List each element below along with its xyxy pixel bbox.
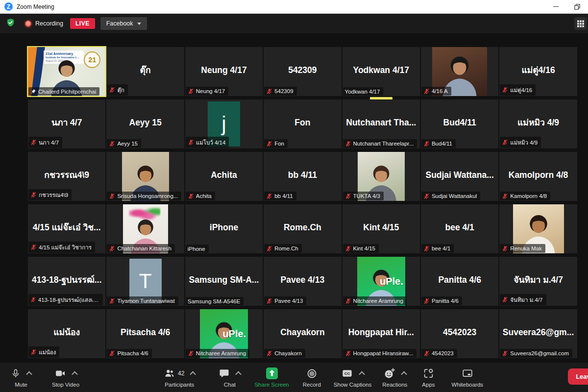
restore-button[interactable] [566,0,588,13]
participant-name: ตุ๊ก [106,63,184,77]
stream-target-label: Facebook [106,20,133,27]
participant-tile[interactable]: Rome.ChRome.Ch [264,204,341,253]
participant-tile[interactable]: 4/15 แม่จ๊ะเอ๋ วิช...4/15 แม่จ๊ะเอ๋ วิชา… [28,204,105,253]
participant-tile[interactable]: Pitsacha 4/6Pitsacha 4/6 [106,309,184,358]
participant-label: Nitcharee Aramrung [196,350,246,356]
mic-muted-icon [266,141,272,147]
participant-tile[interactable]: bb 4/11bb 4/11 [264,152,341,201]
participant-tile[interactable]: FonFon [264,99,341,148]
participant-nameplate: Hongpapat Hiransiraw... [343,349,417,358]
participants-button[interactable]: 42Participants [164,363,195,392]
participant-name: แม่หมิว 4/9 [499,116,577,129]
minimize-button[interactable] [545,0,566,13]
stream-target-dropdown[interactable]: Facebook [100,17,147,30]
participant-label: Srisuda Hongsamrong... [117,193,178,199]
mic-muted-icon [188,193,194,199]
participant-tile[interactable]: Neung 4/17Neung 4/17 [185,47,263,96]
participant-tile[interactable]: 21st AnniversaryInstitute for Innovative… [28,47,105,96]
stop-video-button[interactable]: Stop Video [52,363,79,392]
participant-tile[interactable]: จันทิมา ม.4/7จันทิมา ม.4/7 [499,257,577,306]
leave-button[interactable]: Leave [568,368,588,385]
participant-tile[interactable]: 542309542309 [264,47,341,96]
mic-muted-icon [502,350,508,357]
video-gallery-stage: 21st AnniversaryInstitute for Innovative… [0,33,588,363]
participant-tile[interactable]: Yodkwan 4/17Yodkwan 4/17 [343,47,420,96]
mic-muted-icon [30,244,37,250]
participant-label: 4542023 [432,350,454,356]
chevron-down-icon [137,23,141,25]
participant-tile[interactable]: กชวรรณ4\9กชวรรณ4\9 [28,152,105,201]
participant-tile[interactable]: แม่หมิว 4/9แม่หมิว 4/9 [499,99,577,148]
participant-label: bee 4/1 [432,245,450,251]
participant-label: Pitsacha 4/6 [117,350,148,356]
participant-nameplate: bb 4/11 [264,192,296,200]
participant-tile[interactable]: uPle.Nitcharee Aramrung [185,309,263,358]
participant-tile[interactable]: jแม่โบว์ 4/14 [185,99,263,148]
participant-tile[interactable]: Nutchanart Tha...Nutchanart Thareelapr..… [343,99,420,148]
participant-label: Nutchanart Thareelapr... [353,141,414,147]
security-shield-icon[interactable] [6,18,15,29]
participant-tile[interactable]: นภา 4/7นภา 4/7 [28,99,105,148]
participant-tile[interactable]: Suveera26@gm...Suveera26@gmail.com [499,309,577,358]
participant-tile[interactable]: Panitta 4/6Panitta 4/6 [421,257,498,306]
participant-tile[interactable]: Aeyy 15Aeyy 15 [106,99,184,148]
recording-indicator-icon [25,21,31,27]
chevron-up-icon[interactable] [26,371,32,377]
participant-tile[interactable]: Pavee 4/13Pavee 4/13 [264,257,341,306]
participant-tile[interactable]: Chatchanan Kittaresh [106,204,184,253]
apps-button[interactable]: Apps [422,363,435,392]
participant-tile[interactable]: แม่น้องแม่น้อง [28,309,105,358]
participant-tile[interactable]: Hongpapat Hir...Hongpapat Hiransiraw... [343,309,420,358]
participant-name: Achita [185,170,263,180]
mic-muted-icon [423,141,430,147]
reactions-button[interactable]: Reactions [382,363,407,392]
participant-nameplate: Achita [186,192,215,200]
participant-tile[interactable]: Sudjai Wattana...Sudjai Wattanakul [421,152,498,201]
participant-tile[interactable]: bee 4/1bee 4/1 [421,204,498,253]
participants-icon [164,368,175,379]
participant-nameplate: Rome.Ch [264,244,302,253]
participant-tile[interactable]: ตุ๊กตุ๊ก [106,47,184,96]
participant-label: Chayakorn [274,350,302,356]
whiteboards-icon [462,368,473,379]
mute-button[interactable]: Mute [11,363,31,392]
participant-tile[interactable]: 413-18-ฐปนรรฒ์...413-18-ฐปนรรฒ์(แสงเดือน… [28,257,105,306]
participant-tile[interactable]: AchitaAchita [185,152,263,201]
participant-label: 4/15 แม่จ๊ะเอ๋ วิชาการ [39,243,92,252]
toolbar-label: Share Screen [254,382,289,388]
participant-tile[interactable]: แม่ตู่4/16แม่ตู่4/16 [499,47,577,96]
participant-tile[interactable]: Samsung SM-A...Samsung SM-A546E [185,257,263,306]
participant-name: iPhone [185,222,263,233]
chevron-up-icon[interactable] [72,371,78,377]
participant-tile[interactable]: uPle.Nitcharee Aramrung [343,257,420,306]
participant-tile[interactable]: Kint 4/15Kint 4/15 [343,204,420,253]
toolbar-label: Record [303,382,321,388]
participant-label: Samsung SM-A546E [188,298,240,304]
participant-tile[interactable]: TTiyamon Tuntanawiwat [106,257,184,306]
participant-nameplate: กชวรรณ4\9 [28,189,72,200]
chevron-up-icon[interactable] [190,371,196,377]
participant-tile[interactable]: 45420234542023 [421,309,498,358]
chevron-up-icon[interactable] [359,371,365,377]
participant-tile[interactable]: iPhoneiPhone [185,204,263,253]
mic-muted-icon [502,245,508,252]
participant-tile[interactable]: TUKTA 4/3 [343,152,420,201]
share-screen-button[interactable]: Share Screen [254,363,289,392]
participant-tile[interactable]: Renuka Mak [499,204,577,253]
chevron-up-icon[interactable] [401,371,407,377]
participant-nameplate: นภา 4/7 [28,137,62,148]
participant-tile[interactable]: ChayakornChayakorn [264,309,341,358]
participant-name: Nutchanart Tha... [343,118,420,128]
participant-tile[interactable]: 4/16 A [421,47,498,96]
show-captions-button[interactable]: CCShow Captions [334,363,371,392]
participant-nameplate: 542309 [264,87,296,96]
participant-tile[interactable]: Bud4/11Bud4/11 [421,99,498,148]
chevron-up-icon[interactable] [236,371,242,377]
gallery-view-button[interactable] [574,17,587,30]
mic-muted-icon [266,298,272,304]
record-button[interactable]: Record [303,363,321,392]
chat-button[interactable]: Chat [219,363,241,392]
participant-tile[interactable]: Kamolporn 4/8Kamolporn 4/8 [499,152,577,201]
participant-tile[interactable]: Srisuda Hongsamrong... [106,152,184,201]
whiteboards-button[interactable]: Whiteboards [452,363,484,392]
